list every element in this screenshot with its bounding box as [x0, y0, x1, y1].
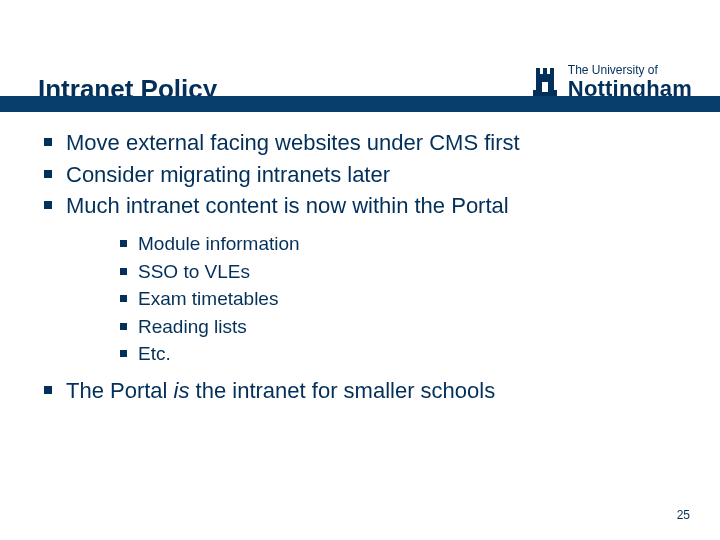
- bullet-text: SSO to VLEs: [138, 261, 250, 282]
- list-item: Module information: [116, 231, 682, 258]
- list-item: Much intranet content is now within the …: [38, 191, 682, 368]
- slide: Intranet Policy The University of Nottin…: [0, 0, 720, 540]
- logo-text: The University of Nottingham: [568, 64, 692, 100]
- bullet-list: Move external facing websites under CMS …: [38, 128, 682, 406]
- list-item: Reading lists: [116, 314, 682, 341]
- bullet-text: Consider migrating intranets later: [66, 162, 390, 187]
- content-area: Move external facing websites under CMS …: [38, 128, 682, 408]
- bullet-text-post: the intranet for smaller schools: [190, 378, 496, 403]
- bullet-text-pre: The Portal: [66, 378, 174, 403]
- bullet-text: Exam timetables: [138, 288, 278, 309]
- page-number: 25: [677, 508, 690, 522]
- bullet-text: Much intranet content is now within the …: [66, 193, 509, 218]
- list-item: The Portal is the intranet for smaller s…: [38, 376, 682, 406]
- list-item: Consider migrating intranets later: [38, 160, 682, 190]
- bullet-text: Move external facing websites under CMS …: [66, 130, 520, 155]
- bullet-text-em: is: [174, 378, 190, 403]
- bullet-text: Module information: [138, 233, 300, 254]
- list-item: SSO to VLEs: [116, 259, 682, 286]
- svg-rect-5: [542, 82, 548, 92]
- logo-line-1: The University of: [568, 64, 692, 77]
- list-item: Exam timetables: [116, 286, 682, 313]
- bullet-text: Reading lists: [138, 316, 247, 337]
- list-item: Move external facing websites under CMS …: [38, 128, 682, 158]
- bullet-text: Etc.: [138, 343, 171, 364]
- svg-rect-4: [550, 68, 554, 74]
- list-item: Etc.: [116, 341, 682, 368]
- divider-band: [0, 96, 720, 112]
- svg-rect-3: [543, 68, 547, 74]
- sub-bullet-list: Module information SSO to VLEs Exam time…: [116, 231, 682, 368]
- svg-rect-2: [536, 68, 540, 74]
